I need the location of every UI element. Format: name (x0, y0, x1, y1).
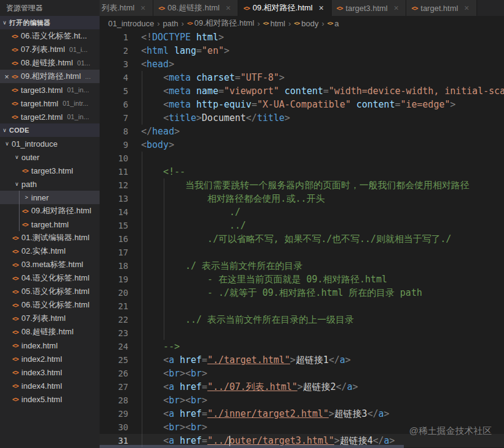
tree-item-index.html[interactable]: <>index.html (0, 339, 100, 352)
tab-close-icon[interactable]: × (138, 3, 148, 13)
code-token: title (257, 112, 285, 123)
open-editor-item[interactable]: <>08.超链接.html01... (0, 56, 100, 70)
code-line[interactable]: 5 <meta name="viewport" content="width=d… (100, 84, 504, 98)
open-editor-item[interactable]: <>06.语义化标签.ht... (0, 29, 100, 43)
code-token: > (202, 422, 207, 433)
tab-close-icon[interactable]: × (316, 3, 326, 13)
tree-item-08.超链接.html[interactable]: <>08.超链接.html (0, 325, 100, 339)
tree-item-01.测试编辑器.html[interactable]: <>01.测试编辑器.html (0, 231, 100, 244)
tab-08.超链接.html[interactable]: <>08.超链接.html× (153, 0, 238, 16)
tab-close-icon[interactable]: × (391, 3, 401, 13)
tree-item-index5.html[interactable]: <>index5.html (0, 392, 100, 406)
html-file-icon: <> (411, 5, 417, 12)
open-editor-item[interactable]: <>target2.html01_in... (0, 110, 100, 123)
code-line[interactable]: 12 当我们需要跳转一个服务器内部的页面时，一般我们都会使用相对路径 (100, 178, 504, 192)
code-token: meta (169, 72, 191, 83)
code-line[interactable]: 14 ./ (100, 205, 504, 219)
code-line[interactable]: 29 <a href="./inner/target2.html">超链接3</… (100, 407, 504, 420)
code-line[interactable]: 26 <br><br> (100, 367, 504, 380)
tab-列表.html[interactable]: 列表.html× (100, 0, 153, 16)
code-editor[interactable]: 1<!DOCTYPE html>2<html lang="en">3<head>… (100, 31, 504, 448)
code-token: head (152, 126, 174, 137)
open-editors-section-header[interactable]: ∨ 打开的编辑器 (0, 16, 100, 29)
code-line[interactable]: 28 <br><br> (100, 394, 504, 407)
code-section-header[interactable]: ∨ CODE (0, 123, 100, 137)
tab-target3.html[interactable]: <>target3.html× (332, 0, 407, 16)
code-line[interactable]: 7 <title>Document</title> (100, 111, 504, 125)
code-token: > (285, 112, 290, 123)
code-line[interactable]: 23 (100, 326, 504, 340)
code-token: < (185, 368, 191, 379)
code-token: br (169, 368, 180, 379)
tree-item-outer[interactable]: ∨outer (0, 150, 100, 164)
tree-item-index4.html[interactable]: <>index4.html (0, 379, 100, 392)
code-line[interactable]: 18 ./ 表示当前文件所在的目录 (100, 259, 504, 273)
code-token: ./可以省略不写, 如果不写./也不写../则就相当于写了./ (141, 233, 451, 244)
code-line[interactable]: 15 ../ (100, 219, 504, 232)
code-line[interactable]: 17 (100, 246, 504, 259)
code-line[interactable]: 10 (100, 152, 504, 165)
tree-item-09.相对路径.html[interactable]: <>09.相对路径.html (0, 204, 100, 218)
breadcrumb-item[interactable]: 01_introduce (108, 19, 154, 28)
line-number: 15 (100, 219, 128, 232)
code-text: <body> (128, 138, 174, 152)
code-line[interactable]: 9<body> (100, 138, 504, 152)
code-line[interactable]: 1<!DOCTYPE html> (100, 31, 504, 44)
tree-item-06.语义化标签.html[interactable]: <>06.语义化标签.html (0, 298, 100, 312)
code-line[interactable]: 16 ./可以省略不写, 如果不写./也不写../则就相当于写了./ (100, 232, 504, 246)
line-number: 14 (100, 205, 128, 219)
code-line[interactable]: 19 - 在这里当前页面就是 09.相对路径.html (100, 273, 504, 286)
code-line[interactable]: 11 <!-- (100, 165, 504, 178)
tree-item-path[interactable]: ∨path (0, 177, 100, 191)
code-token: ../ 表示当前文件所在目录的上一级目录 (141, 314, 354, 325)
tree-item-index2.html[interactable]: <>index2.html (0, 352, 100, 365)
tree-item-01_introduce[interactable]: ∨01_introduce (0, 137, 100, 150)
tree-item-label: 09.相对路径.html (31, 205, 91, 216)
code-line[interactable]: 3<head> (100, 57, 504, 71)
tab-target.html[interactable]: <>target.html× (406, 0, 477, 16)
tab-label: 列表.html (101, 2, 134, 13)
breadcrumb-item[interactable]: <>09.相对路径.html (187, 18, 254, 29)
code-token: html (191, 32, 218, 43)
code-line[interactable]: 13 相对路径都会使用.或..开头 (100, 192, 504, 205)
breadcrumb-item[interactable]: <>body (294, 19, 318, 28)
breadcrumb-item[interactable]: <>html (263, 19, 285, 28)
code-line[interactable]: 20 - ./就等于 09.相对路径.html 所在的目录 path (100, 286, 504, 299)
code-token: br (169, 395, 180, 406)
close-icon[interactable]: × (2, 72, 12, 81)
code-line[interactable]: 2<html lang="en"> (100, 44, 504, 57)
code-text: ./ 表示当前文件所在的目录 (128, 259, 302, 273)
tree-item-02.实体.html[interactable]: <>02.实体.html (0, 244, 100, 258)
tree-item-index3.html[interactable]: <>index3.html (0, 365, 100, 379)
tree-item-05.语义化标签.html[interactable]: <>05.语义化标签.html (0, 285, 100, 298)
open-editor-item[interactable]: <>07.列表.html01_i... (0, 43, 100, 56)
horizontal-scrollbar[interactable] (100, 445, 404, 448)
code-line[interactable]: 25 <a href="./target.html">超链接1</a> (100, 353, 504, 367)
code-token: < (163, 86, 169, 97)
html-file-icon: <> (12, 100, 18, 107)
breadcrumb-separator-icon: › (321, 19, 324, 28)
code-line[interactable]: 24 --> (100, 340, 504, 353)
open-editor-item[interactable]: <>target3.html01_in... (0, 83, 100, 97)
tree-item-inner[interactable]: >inner (0, 191, 100, 204)
watermark: @稀土掘金技术社区 (409, 425, 492, 437)
breadcrumb-item[interactable]: <>a (327, 19, 339, 28)
tree-item-target.html[interactable]: <>target.html (0, 218, 100, 231)
tree-item-04.语义化标签.html[interactable]: <>04.语义化标签.html (0, 271, 100, 285)
code-line[interactable]: 22 ../ 表示当前文件所在目录的上一级目录 (100, 313, 504, 326)
breadcrumb-item[interactable]: path (163, 19, 178, 28)
open-editor-item[interactable]: <>target.html01_intr... (0, 97, 100, 110)
tree-item-07.列表.html[interactable]: <>07.列表.html (0, 312, 100, 325)
open-editor-item[interactable]: ×<>09.相对路径.html... (0, 70, 100, 83)
tab-close-icon[interactable]: × (223, 3, 233, 13)
code-line[interactable]: 4 <meta charset="UTF-8"> (100, 71, 504, 84)
tab-close-icon[interactable]: × (462, 3, 472, 13)
tree-item-03.meta标签.html[interactable]: <>03.meta标签.html (0, 258, 100, 271)
tab-label: target.html (421, 4, 458, 13)
tree-item-target3.html[interactable]: <>target3.html (0, 164, 100, 177)
code-line[interactable]: 27 <a href="../07.列表.html">超链接2</a> (100, 380, 504, 394)
tab-09.相对路径.html[interactable]: <>09.相对路径.html× (238, 0, 331, 16)
code-line[interactable]: 8</head> (100, 125, 504, 138)
code-line[interactable]: 6 <meta http-equiv="X-UA-Compatible" con… (100, 98, 504, 111)
code-line[interactable]: 21 (100, 299, 504, 313)
